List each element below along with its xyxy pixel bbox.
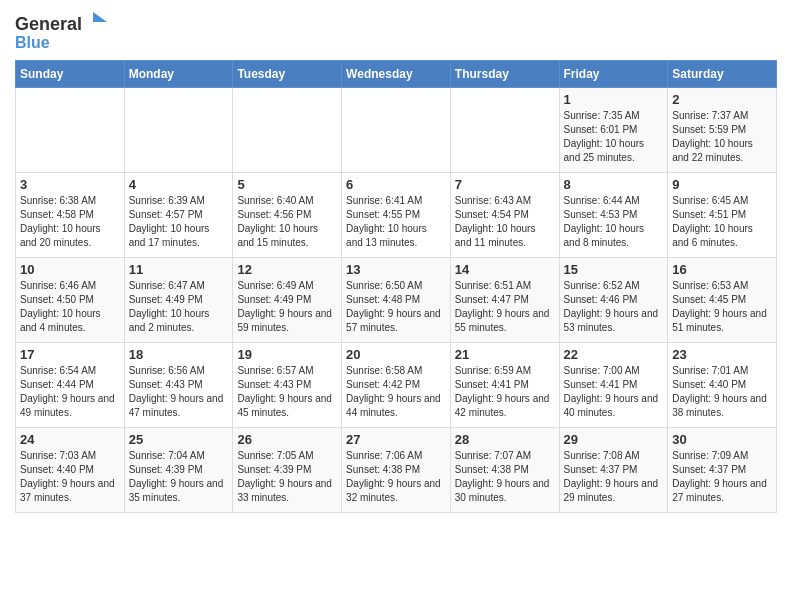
weekday-header: Thursday	[450, 61, 559, 88]
day-number: 22	[564, 347, 664, 362]
calendar-day-cell: 25Sunrise: 7:04 AM Sunset: 4:39 PM Dayli…	[124, 428, 233, 513]
page-container: GeneralBlue SundayMondayTuesdayWednesday…	[0, 0, 792, 523]
day-info: Sunrise: 7:00 AM Sunset: 4:41 PM Dayligh…	[564, 364, 664, 420]
calendar-week-row: 10Sunrise: 6:46 AM Sunset: 4:50 PM Dayli…	[16, 258, 777, 343]
calendar-day-cell: 1Sunrise: 7:35 AM Sunset: 6:01 PM Daylig…	[559, 88, 668, 173]
calendar-day-cell: 19Sunrise: 6:57 AM Sunset: 4:43 PM Dayli…	[233, 343, 342, 428]
calendar-day-cell: 15Sunrise: 6:52 AM Sunset: 4:46 PM Dayli…	[559, 258, 668, 343]
weekday-header: Friday	[559, 61, 668, 88]
day-info: Sunrise: 6:56 AM Sunset: 4:43 PM Dayligh…	[129, 364, 229, 420]
logo-svg: GeneralBlue	[15, 10, 110, 55]
calendar-day-cell: 17Sunrise: 6:54 AM Sunset: 4:44 PM Dayli…	[16, 343, 125, 428]
day-number: 8	[564, 177, 664, 192]
day-info: Sunrise: 7:35 AM Sunset: 6:01 PM Dayligh…	[564, 109, 664, 165]
day-info: Sunrise: 7:05 AM Sunset: 4:39 PM Dayligh…	[237, 449, 337, 505]
day-number: 24	[20, 432, 120, 447]
day-number: 15	[564, 262, 664, 277]
day-info: Sunrise: 7:07 AM Sunset: 4:38 PM Dayligh…	[455, 449, 555, 505]
calendar-day-cell: 13Sunrise: 6:50 AM Sunset: 4:48 PM Dayli…	[342, 258, 451, 343]
calendar-day-cell: 23Sunrise: 7:01 AM Sunset: 4:40 PM Dayli…	[668, 343, 777, 428]
day-number: 1	[564, 92, 664, 107]
day-info: Sunrise: 7:01 AM Sunset: 4:40 PM Dayligh…	[672, 364, 772, 420]
day-info: Sunrise: 6:50 AM Sunset: 4:48 PM Dayligh…	[346, 279, 446, 335]
calendar-day-cell	[450, 88, 559, 173]
day-number: 11	[129, 262, 229, 277]
day-number: 9	[672, 177, 772, 192]
day-number: 17	[20, 347, 120, 362]
calendar-day-cell: 16Sunrise: 6:53 AM Sunset: 4:45 PM Dayli…	[668, 258, 777, 343]
calendar-day-cell: 9Sunrise: 6:45 AM Sunset: 4:51 PM Daylig…	[668, 173, 777, 258]
day-info: Sunrise: 7:06 AM Sunset: 4:38 PM Dayligh…	[346, 449, 446, 505]
calendar-day-cell	[16, 88, 125, 173]
calendar-day-cell: 21Sunrise: 6:59 AM Sunset: 4:41 PM Dayli…	[450, 343, 559, 428]
calendar-day-cell: 20Sunrise: 6:58 AM Sunset: 4:42 PM Dayli…	[342, 343, 451, 428]
calendar-week-row: 3Sunrise: 6:38 AM Sunset: 4:58 PM Daylig…	[16, 173, 777, 258]
calendar-day-cell: 28Sunrise: 7:07 AM Sunset: 4:38 PM Dayli…	[450, 428, 559, 513]
calendar-table: SundayMondayTuesdayWednesdayThursdayFrid…	[15, 60, 777, 513]
calendar-day-cell: 29Sunrise: 7:08 AM Sunset: 4:37 PM Dayli…	[559, 428, 668, 513]
calendar-day-cell: 10Sunrise: 6:46 AM Sunset: 4:50 PM Dayli…	[16, 258, 125, 343]
day-info: Sunrise: 6:52 AM Sunset: 4:46 PM Dayligh…	[564, 279, 664, 335]
calendar-day-cell: 8Sunrise: 6:44 AM Sunset: 4:53 PM Daylig…	[559, 173, 668, 258]
day-number: 14	[455, 262, 555, 277]
calendar-day-cell	[342, 88, 451, 173]
svg-text:Blue: Blue	[15, 34, 50, 51]
day-number: 28	[455, 432, 555, 447]
day-info: Sunrise: 6:59 AM Sunset: 4:41 PM Dayligh…	[455, 364, 555, 420]
day-info: Sunrise: 7:04 AM Sunset: 4:39 PM Dayligh…	[129, 449, 229, 505]
day-info: Sunrise: 6:53 AM Sunset: 4:45 PM Dayligh…	[672, 279, 772, 335]
day-info: Sunrise: 6:39 AM Sunset: 4:57 PM Dayligh…	[129, 194, 229, 250]
calendar-day-cell: 4Sunrise: 6:39 AM Sunset: 4:57 PM Daylig…	[124, 173, 233, 258]
calendar-day-cell: 24Sunrise: 7:03 AM Sunset: 4:40 PM Dayli…	[16, 428, 125, 513]
day-info: Sunrise: 6:38 AM Sunset: 4:58 PM Dayligh…	[20, 194, 120, 250]
calendar-day-cell: 18Sunrise: 6:56 AM Sunset: 4:43 PM Dayli…	[124, 343, 233, 428]
calendar-day-cell: 30Sunrise: 7:09 AM Sunset: 4:37 PM Dayli…	[668, 428, 777, 513]
calendar-day-cell: 14Sunrise: 6:51 AM Sunset: 4:47 PM Dayli…	[450, 258, 559, 343]
day-number: 6	[346, 177, 446, 192]
day-info: Sunrise: 6:51 AM Sunset: 4:47 PM Dayligh…	[455, 279, 555, 335]
day-info: Sunrise: 6:41 AM Sunset: 4:55 PM Dayligh…	[346, 194, 446, 250]
calendar-day-cell: 22Sunrise: 7:00 AM Sunset: 4:41 PM Dayli…	[559, 343, 668, 428]
calendar-week-row: 24Sunrise: 7:03 AM Sunset: 4:40 PM Dayli…	[16, 428, 777, 513]
weekday-header: Wednesday	[342, 61, 451, 88]
calendar-day-cell: 7Sunrise: 6:43 AM Sunset: 4:54 PM Daylig…	[450, 173, 559, 258]
day-number: 4	[129, 177, 229, 192]
day-info: Sunrise: 6:54 AM Sunset: 4:44 PM Dayligh…	[20, 364, 120, 420]
day-info: Sunrise: 7:37 AM Sunset: 5:59 PM Dayligh…	[672, 109, 772, 165]
calendar-day-cell: 5Sunrise: 6:40 AM Sunset: 4:56 PM Daylig…	[233, 173, 342, 258]
calendar-day-cell	[233, 88, 342, 173]
day-number: 19	[237, 347, 337, 362]
weekday-header: Sunday	[16, 61, 125, 88]
calendar-week-row: 1Sunrise: 7:35 AM Sunset: 6:01 PM Daylig…	[16, 88, 777, 173]
day-info: Sunrise: 6:40 AM Sunset: 4:56 PM Dayligh…	[237, 194, 337, 250]
day-number: 7	[455, 177, 555, 192]
day-number: 18	[129, 347, 229, 362]
calendar-day-cell: 6Sunrise: 6:41 AM Sunset: 4:55 PM Daylig…	[342, 173, 451, 258]
day-number: 10	[20, 262, 120, 277]
day-info: Sunrise: 7:03 AM Sunset: 4:40 PM Dayligh…	[20, 449, 120, 505]
day-info: Sunrise: 6:49 AM Sunset: 4:49 PM Dayligh…	[237, 279, 337, 335]
calendar-week-row: 17Sunrise: 6:54 AM Sunset: 4:44 PM Dayli…	[16, 343, 777, 428]
day-number: 29	[564, 432, 664, 447]
day-number: 26	[237, 432, 337, 447]
day-number: 21	[455, 347, 555, 362]
calendar-day-cell: 3Sunrise: 6:38 AM Sunset: 4:58 PM Daylig…	[16, 173, 125, 258]
day-number: 20	[346, 347, 446, 362]
header: GeneralBlue	[15, 10, 777, 55]
day-info: Sunrise: 6:58 AM Sunset: 4:42 PM Dayligh…	[346, 364, 446, 420]
calendar-day-cell: 27Sunrise: 7:06 AM Sunset: 4:38 PM Dayli…	[342, 428, 451, 513]
day-number: 23	[672, 347, 772, 362]
day-info: Sunrise: 6:43 AM Sunset: 4:54 PM Dayligh…	[455, 194, 555, 250]
day-number: 2	[672, 92, 772, 107]
day-number: 25	[129, 432, 229, 447]
calendar-day-cell: 26Sunrise: 7:05 AM Sunset: 4:39 PM Dayli…	[233, 428, 342, 513]
day-number: 12	[237, 262, 337, 277]
day-number: 27	[346, 432, 446, 447]
day-info: Sunrise: 6:57 AM Sunset: 4:43 PM Dayligh…	[237, 364, 337, 420]
day-info: Sunrise: 6:45 AM Sunset: 4:51 PM Dayligh…	[672, 194, 772, 250]
day-info: Sunrise: 6:44 AM Sunset: 4:53 PM Dayligh…	[564, 194, 664, 250]
calendar-day-cell: 12Sunrise: 6:49 AM Sunset: 4:49 PM Dayli…	[233, 258, 342, 343]
logo: GeneralBlue	[15, 10, 110, 55]
day-number: 30	[672, 432, 772, 447]
weekday-header: Tuesday	[233, 61, 342, 88]
